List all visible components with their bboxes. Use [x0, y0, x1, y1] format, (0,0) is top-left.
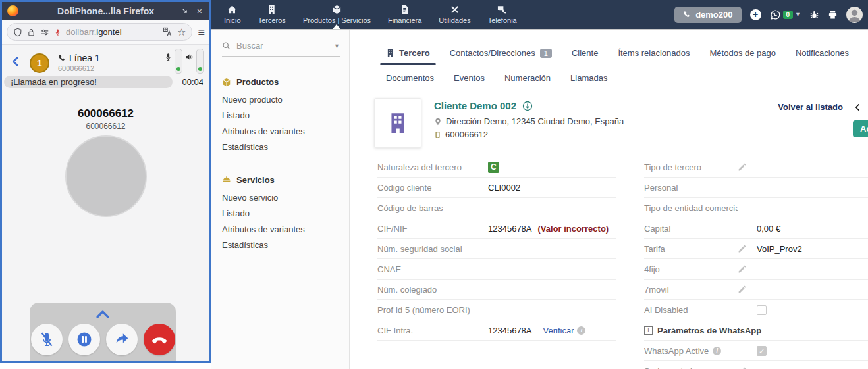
ai-disabled-checkbox[interactable] — [757, 305, 767, 315]
location-pin-icon — [434, 117, 442, 126]
field-row-personal: Personal — [644, 178, 868, 198]
field-row-cnae: CNAE — [377, 259, 616, 280]
chevron-up-icon[interactable] — [95, 309, 110, 320]
nav-item-terceros[interactable]: Terceros — [250, 0, 294, 29]
field-label: CIF/NIF — [377, 224, 488, 234]
user-avatar[interactable] — [846, 7, 863, 23]
expand-icon[interactable]: + — [644, 326, 653, 335]
whatsapp-status[interactable]: 0 ▼ — [770, 9, 801, 20]
tab-eventos[interactable]: Eventos — [444, 70, 495, 86]
info-icon[interactable]: i — [713, 347, 721, 355]
nav-item-telefonia[interactable]: Telefonia — [479, 0, 526, 29]
menu-icon[interactable]: ≡ — [198, 26, 205, 38]
sidebar-item-estad-sticas[interactable]: Estadísticas — [222, 237, 340, 253]
url-host: igontel — [96, 27, 121, 37]
download-circle-icon[interactable] — [522, 101, 533, 111]
sidebar-item-nuevo-producto[interactable]: Nuevo producto — [222, 92, 340, 107]
sidebar-item-atributos-de-variantes[interactable]: Atributos de variantes — [222, 222, 340, 237]
speaker-volume-slider[interactable] — [196, 49, 204, 74]
field-value-text: 12345678A — [488, 326, 532, 335]
debug-bug-icon[interactable] — [809, 10, 819, 20]
hold-button[interactable] — [68, 324, 100, 355]
firefox-toolbar: dolibarr.igontel ☆ ≡ — [2, 20, 209, 45]
lock-icon[interactable] — [27, 28, 36, 37]
tab-label: Contactos/Direcciones — [450, 48, 535, 58]
hangup-button[interactable] — [144, 324, 175, 355]
tab-documentos[interactable]: Documentos — [376, 70, 444, 86]
sidebar-item-nuevo-servicio[interactable]: Nuevo servicio — [222, 190, 340, 205]
mute-button[interactable] — [31, 324, 63, 355]
verify-link[interactable]: Verificar — [543, 326, 574, 335]
pencil-icon[interactable] — [738, 245, 746, 253]
back-button[interactable] — [10, 56, 21, 67]
bookmark-star-icon[interactable]: ☆ — [177, 27, 186, 37]
tab-notificaciones[interactable]: Notificaciones — [786, 45, 859, 61]
url-text[interactable]: dolibarr.igontel — [66, 27, 158, 37]
back-to-list-link[interactable]: Volver al listado — [778, 102, 843, 112]
invoice-icon — [400, 5, 410, 14]
sidebar-section-title: Servicios — [236, 175, 275, 185]
chevron-left-icon[interactable] — [854, 103, 861, 112]
tab-tems-relacionados[interactable]: Ítems relacionados — [608, 45, 699, 61]
mic-volume-slider[interactable] — [175, 49, 182, 74]
close-button[interactable]: × — [197, 7, 202, 16]
nav-item-label: Financiera — [388, 16, 421, 24]
permissions-icon[interactable] — [40, 28, 49, 37]
search-caret-icon[interactable]: ▼ — [334, 43, 340, 49]
field-row-whatsapp-active: WhatsApp Activei✓ — [644, 341, 868, 361]
pencil-icon[interactable] — [738, 163, 746, 172]
sidebar-item-estad-sticas[interactable]: Estadísticas — [222, 139, 340, 155]
session-phone-pill[interactable]: demo200 — [674, 7, 741, 23]
nav-item-label: Utilidades — [439, 16, 470, 24]
sidebar-item-atributos-de-variantes[interactable]: Atributos de variantes — [222, 124, 340, 139]
tab-cliente[interactable]: Cliente — [562, 45, 608, 61]
tab-numeraci-n[interactable]: Numeración — [495, 70, 560, 86]
main-content: TerceroContactos/Direcciones1ClienteÍtem… — [350, 30, 868, 369]
pencil-icon[interactable] — [738, 285, 746, 294]
nav-item-utilidades[interactable]: Utilidades — [430, 0, 479, 29]
field-value-text: VoIP_Prov2 — [757, 244, 802, 254]
home-icon — [227, 5, 237, 14]
print-icon[interactable] — [828, 10, 838, 20]
search-input[interactable] — [235, 40, 329, 51]
restore-button[interactable] — [181, 7, 188, 14]
pencil-icon[interactable] — [738, 265, 746, 274]
volume-controls — [164, 49, 204, 74]
microphone-permission-icon[interactable] — [54, 28, 61, 37]
sidebar-item-listado[interactable]: Listado — [222, 108, 340, 123]
sidebar-item-listado[interactable]: Listado — [222, 206, 340, 221]
building-icon — [267, 5, 277, 14]
shield-icon[interactable] — [13, 28, 22, 37]
search-box[interactable]: ▼ — [222, 40, 340, 57]
firefox-titlebar[interactable]: DoliPhone...lla Firefox – × — [2, 2, 209, 20]
field-label: Código cliente — [377, 183, 488, 193]
nature-badge: C — [488, 162, 499, 173]
translate-icon[interactable] — [163, 27, 173, 37]
pencil-icon[interactable] — [738, 367, 746, 369]
nav-item-label: Telefonia — [488, 16, 517, 24]
left-menu: ▼ ProductosNuevo productoListadoAtributo… — [211, 30, 350, 369]
whatsapp-active-checkbox[interactable]: ✓ — [757, 346, 767, 356]
transfer-button[interactable] — [106, 324, 138, 355]
url-domain-prefix: dolibarr. — [66, 27, 96, 37]
minimize-button[interactable]: – — [167, 7, 173, 16]
tab-label: Cliente — [572, 48, 598, 58]
nav-item-financiera[interactable]: Financiera — [379, 0, 430, 29]
building-icon — [386, 49, 394, 57]
tab-m-todos-de-pago[interactable]: Métodos de pago — [700, 45, 786, 61]
divider — [219, 262, 342, 262]
caller-number-big: 600066612 — [2, 107, 209, 120]
tab-contactos-direcciones[interactable]: Contactos/Direcciones1 — [440, 45, 562, 61]
tab-tercero[interactable]: Tercero — [376, 45, 440, 61]
tab-notas[interactable]: Notas — [859, 45, 868, 61]
info-icon[interactable]: i — [577, 326, 585, 335]
nav-item-inicio[interactable]: Inicio — [215, 0, 250, 29]
quick-add-button[interactable]: + — [750, 9, 761, 20]
nav-item-productos-servicios[interactable]: Productos | Servicios — [294, 0, 379, 29]
divider — [219, 164, 342, 164]
sidebar-section-productos: Productos — [222, 77, 340, 87]
tab-count-badge: 1 — [540, 49, 552, 58]
tab-llamadas[interactable]: Llamadas — [560, 70, 617, 86]
url-bar[interactable]: dolibarr.igontel ☆ — [7, 23, 192, 41]
field-value: C — [488, 162, 616, 173]
